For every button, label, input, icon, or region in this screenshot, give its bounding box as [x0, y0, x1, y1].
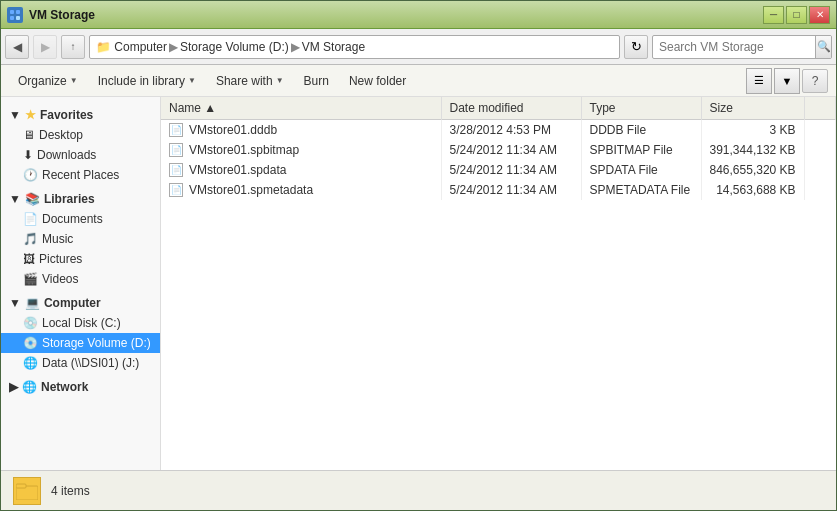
up-button[interactable]: ↑: [61, 35, 85, 59]
sidebar-item-downloads[interactable]: ⬇ Downloads: [1, 145, 160, 165]
sidebar-header-computer[interactable]: ▼ 💻 Computer: [1, 293, 160, 313]
table-row[interactable]: 📄VMstore01.spdata5/24/2012 11:34 AMSPDAT…: [161, 160, 836, 180]
path-sep-1: ▶: [169, 40, 178, 54]
file-date-cell: 3/28/2012 4:53 PM: [441, 120, 581, 141]
sidebar-header-network[interactable]: ▶ 🌐 Network: [1, 377, 160, 397]
share-with-button[interactable]: Share with ▼: [207, 68, 293, 94]
burn-button[interactable]: Burn: [295, 68, 338, 94]
file-type-cell: SPMETADATA File: [581, 180, 701, 200]
path-vm-storage[interactable]: VM Storage: [302, 40, 365, 54]
maximize-button[interactable]: □: [786, 6, 807, 24]
sidebar-section-computer: ▼ 💻 Computer 💿 Local Disk (C:) 💿 Storage…: [1, 293, 160, 373]
include-library-button[interactable]: Include in library ▼: [89, 68, 205, 94]
file-list: Name ▲ Date modified Type Size 📄VMstore0…: [161, 97, 836, 470]
table-header-row: Name ▲ Date modified Type Size: [161, 97, 836, 120]
table-row[interactable]: 📄VMstore01.spbitmap5/24/2012 11:34 AMSPB…: [161, 140, 836, 160]
table-row[interactable]: 📄VMstore01.spmetadata5/24/2012 11:34 AMS…: [161, 180, 836, 200]
help-button[interactable]: ?: [802, 69, 828, 93]
close-button[interactable]: ✕: [809, 6, 830, 24]
column-type[interactable]: Type: [581, 97, 701, 120]
toolbar: Organize ▼ Include in library ▼ Share wi…: [1, 65, 836, 97]
file-extra-cell: [804, 140, 835, 160]
sidebar-item-documents[interactable]: 📄 Documents: [1, 209, 160, 229]
sidebar-item-desktop[interactable]: 🖥 Desktop: [1, 125, 160, 145]
storage-volume-icon: 💿: [23, 336, 38, 350]
recent-places-label: Recent Places: [42, 168, 119, 182]
computer-collapse-icon: ▼: [9, 296, 21, 310]
sidebar-item-data-drive[interactable]: 🌐 Data (\\DSI01) (J:): [1, 353, 160, 373]
downloads-icon: ⬇: [23, 148, 33, 162]
file-name-cell: 📄VMstore01.dddb: [161, 120, 441, 141]
file-table: Name ▲ Date modified Type Size 📄VMstore0…: [161, 97, 836, 200]
view-dropdown-button[interactable]: ▼: [774, 68, 800, 94]
file-name: VMstore01.dddb: [189, 123, 277, 137]
file-icon: 📄: [169, 123, 183, 137]
favorites-collapse-icon: ▼: [9, 108, 21, 122]
window: VM Storage ─ □ ✕ ◀ ▶ ↑ 📁 Computer ▶ Stor…: [0, 0, 837, 511]
sidebar-item-local-disk[interactable]: 💿 Local Disk (C:): [1, 313, 160, 333]
favorites-star-icon: ★: [25, 108, 36, 122]
search-input[interactable]: [653, 40, 815, 54]
file-type-cell: SPDATA File: [581, 160, 701, 180]
file-extra-cell: [804, 120, 835, 141]
window-controls: ─ □ ✕: [763, 6, 830, 24]
address-path: 📁 Computer ▶ Storage Volume (D:) ▶ VM St…: [89, 35, 620, 59]
path-storage-volume[interactable]: Storage Volume (D:): [180, 40, 289, 54]
organize-label: Organize: [18, 74, 67, 88]
column-size[interactable]: Size: [701, 97, 804, 120]
storage-volume-label: Storage Volume (D:): [42, 336, 151, 350]
include-library-label: Include in library: [98, 74, 185, 88]
svg-rect-0: [10, 10, 14, 14]
svg-rect-2: [10, 16, 14, 20]
pictures-icon: 🖼: [23, 252, 35, 266]
videos-label: Videos: [42, 272, 78, 286]
refresh-button[interactable]: ↻: [624, 35, 648, 59]
file-size-cell: 14,563,688 KB: [701, 180, 804, 200]
column-date[interactable]: Date modified: [441, 97, 581, 120]
file-date-cell: 5/24/2012 11:34 AM: [441, 140, 581, 160]
sidebar: ▼ ★ Favorites 🖥 Desktop ⬇ Downloads 🕐 Re…: [1, 97, 161, 470]
sidebar-section-favorites: ▼ ★ Favorites 🖥 Desktop ⬇ Downloads 🕐 Re…: [1, 105, 160, 185]
file-date-cell: 5/24/2012 11:34 AM: [441, 180, 581, 200]
sidebar-header-libraries[interactable]: ▼ 📚 Libraries: [1, 189, 160, 209]
file-icon: 📄: [169, 143, 183, 157]
new-folder-button[interactable]: New folder: [340, 68, 415, 94]
status-bar: 4 items: [1, 470, 836, 510]
file-icon: 📄: [169, 183, 183, 197]
status-count: 4 items: [51, 484, 90, 498]
file-name: VMstore01.spbitmap: [189, 143, 299, 157]
organize-dropdown-icon: ▼: [70, 76, 78, 85]
sidebar-item-storage-volume[interactable]: 💿 Storage Volume (D:): [1, 333, 160, 353]
organize-button[interactable]: Organize ▼: [9, 68, 87, 94]
file-name-cell: 📄VMstore01.spbitmap: [161, 140, 441, 160]
view-details-button[interactable]: ☰: [746, 68, 772, 94]
column-name[interactable]: Name ▲: [161, 97, 441, 120]
sidebar-item-music[interactable]: 🎵 Music: [1, 229, 160, 249]
path-sep-2: ▶: [291, 40, 300, 54]
file-icon: 📄: [169, 163, 183, 177]
svg-rect-5: [16, 484, 26, 488]
share-with-label: Share with: [216, 74, 273, 88]
window-title: VM Storage: [29, 8, 757, 22]
sidebar-item-pictures[interactable]: 🖼 Pictures: [1, 249, 160, 269]
search-button[interactable]: 🔍: [815, 36, 831, 58]
sidebar-header-favorites[interactable]: ▼ ★ Favorites: [1, 105, 160, 125]
back-button[interactable]: ◀: [5, 35, 29, 59]
minimize-button[interactable]: ─: [763, 6, 784, 24]
view-buttons: ☰ ▼: [746, 68, 800, 94]
file-extra-cell: [804, 160, 835, 180]
path-computer[interactable]: Computer: [114, 40, 167, 54]
svg-rect-3: [16, 16, 20, 20]
sidebar-item-videos[interactable]: 🎬 Videos: [1, 269, 160, 289]
title-bar: VM Storage ─ □ ✕: [1, 1, 836, 29]
table-row[interactable]: 📄VMstore01.dddb3/28/2012 4:53 PMDDDB Fil…: [161, 120, 836, 141]
file-size-cell: 391,344,132 KB: [701, 140, 804, 160]
sidebar-item-recent-places[interactable]: 🕐 Recent Places: [1, 165, 160, 185]
file-type-cell: DDDB File: [581, 120, 701, 141]
forward-button[interactable]: ▶: [33, 35, 57, 59]
sidebar-computer-label: Computer: [44, 296, 101, 310]
pictures-label: Pictures: [39, 252, 82, 266]
file-size-cell: 3 KB: [701, 120, 804, 141]
libraries-icon: 📚: [25, 192, 40, 206]
file-type-cell: SPBITMAP File: [581, 140, 701, 160]
